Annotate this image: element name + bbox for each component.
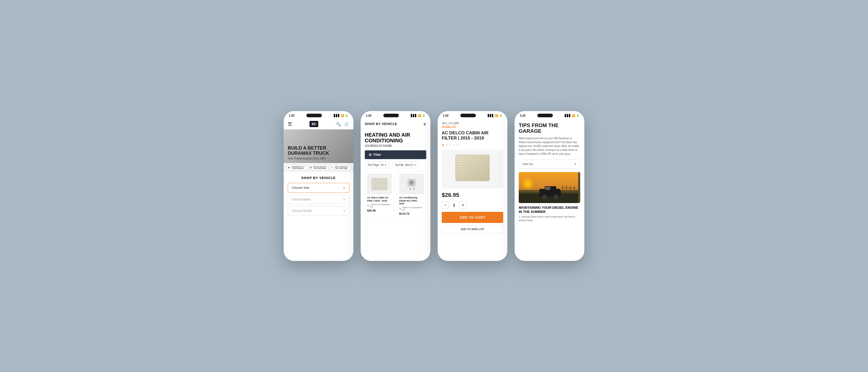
- svg-point-32: [554, 195, 558, 199]
- star-4: ★: [453, 143, 456, 147]
- status-bar-2: 1:22 ▋▋▋ 🛜 🔋: [361, 111, 430, 119]
- cart-icon[interactable]: 🛒: [344, 122, 349, 127]
- signal-icon-3: ▋▋▋: [488, 114, 494, 117]
- sort-control[interactable]: Sort By: Best S ∨: [392, 162, 419, 168]
- make-dropdown[interactable]: Choose Make ∨: [288, 195, 349, 204]
- hamburger-icon[interactable]: ☰: [288, 121, 292, 127]
- product-card-1[interactable]: AC Delco Cabin Air Filter | 2015 - 2019 …: [365, 171, 394, 218]
- signal-icon-2: ▋▋▋: [411, 114, 417, 117]
- app-header-2: SHOP BY VEHICLE ∨: [361, 119, 430, 129]
- year-chevron-icon: ∨: [343, 186, 345, 190]
- svg-rect-0: [372, 178, 387, 190]
- product-sku: SKU: CF1188F: [442, 122, 503, 125]
- blog-content: TIPS FROM THE GARAGE Want expert-level i…: [515, 119, 584, 226]
- wifi-icon-3: 🛜: [495, 114, 498, 117]
- svg-point-11: [410, 181, 413, 184]
- qty-value: 1: [453, 203, 455, 207]
- badge-row: ★ HUNDREDS OF 5-STAR RATINGS 🛡 BUYER ADV…: [284, 163, 353, 172]
- shop-by-title: SHOP BY VEHICLE: [288, 176, 349, 180]
- phone-product: 1:22 ▋▋▋ 🛜 🔋 SKU: CF1188F ACDELCO AC DEL…: [438, 111, 507, 261]
- add-to-cart-button[interactable]: ADD TO CART: [442, 212, 503, 223]
- category-content: HEATING AND AIR CONDITIONING (13) RESULT…: [361, 129, 430, 221]
- product-price-2: $114.72: [399, 212, 424, 215]
- tips-description: Want expert-level info on your GM Durama…: [519, 136, 580, 156]
- results-count: (13) RESULTS FOUND: [365, 145, 426, 147]
- sort-label: Sort By:: [395, 163, 405, 166]
- phone-home: 1:22 ▋▋▋ 🛜 🔋 ☰ M4 🔍 🛒 BUILD: [284, 111, 353, 261]
- make-label: Choose Make: [292, 197, 311, 201]
- notch-1: [306, 114, 322, 117]
- star-5: ★: [457, 143, 459, 147]
- hero-headline: BUILD A BETTER DURAMAX TRUCK: [288, 146, 329, 156]
- search-icon-2: 🔍: [399, 208, 402, 210]
- time-3: 1:22: [443, 114, 448, 117]
- product-brand: ACDELCO: [442, 125, 503, 128]
- per-page-value: 24: [380, 163, 383, 166]
- blog-article-preview: 1. General Check OverA quick visual chec…: [519, 215, 580, 222]
- battery-icon-3: 🔋: [499, 114, 502, 117]
- model-label: Choose Model: [292, 209, 312, 213]
- year-dropdown[interactable]: Choose Year ∨: [288, 183, 349, 193]
- wishlist-button[interactable]: ADD TO WISH LIST: [442, 225, 503, 234]
- per-page-chevron-icon: ∨: [385, 163, 386, 166]
- product-name-1: AC Delco Cabin Air Filter | 2015 - 2019: [367, 196, 392, 202]
- header-icons: 🔍 🛒: [336, 122, 349, 127]
- product-name-2: Air Conditioning Delete Kit | 2001 - 201…: [399, 196, 424, 206]
- wifi-icon: 🛜: [341, 114, 344, 117]
- year-label: Choose Year: [292, 186, 309, 190]
- per-page-control[interactable]: Per Page: 24 ∨: [365, 162, 390, 168]
- star-2: ★: [445, 143, 448, 147]
- logo-text: M4: [312, 122, 316, 126]
- badge-finance: ≡ EASY FINANCE & PAY OVER TIME: [330, 165, 351, 170]
- svg-rect-33: [545, 187, 550, 190]
- qty-increase-button[interactable]: +: [459, 202, 467, 209]
- product-image-2: [399, 174, 424, 194]
- model-chevron-icon: ∨: [343, 209, 345, 213]
- battery-icon-2: 🔋: [422, 114, 425, 117]
- svg-point-14: [409, 188, 411, 190]
- product-image-1: [367, 174, 392, 194]
- badge-ratings-text: HUNDREDS OF 5-STAR RATINGS: [291, 166, 306, 169]
- filter-button[interactable]: ⊟ Filter: [365, 150, 426, 159]
- sort-chevron-icon: ∨: [414, 163, 416, 166]
- badge-returns: 🛡 BUYER ADVICE & EASY RETURNS: [308, 165, 329, 170]
- filter-by-label: Filter By: [523, 162, 533, 165]
- star-3: ★: [449, 143, 452, 147]
- status-icons-3: ▋▋▋ 🛜 🔋: [488, 114, 502, 117]
- filter-by-dropdown[interactable]: Filter By ∨: [519, 159, 580, 168]
- time-1: 1:22: [289, 114, 294, 117]
- search-fit-2[interactable]: 🔍 Search To Guarantee Fit: [399, 207, 424, 211]
- sort-value: Best S: [405, 163, 413, 166]
- search-icon[interactable]: 🔍: [336, 122, 341, 127]
- status-bar-3: 1:22 ▋▋▋ 🛜 🔋: [438, 111, 507, 119]
- shop-by-vehicle: SHOP BY VEHICLE Choose Year ∨ Choose Mak…: [284, 172, 353, 221]
- star-icon: ★: [288, 166, 290, 169]
- search-icon-1: 🔍: [367, 205, 370, 207]
- search-fit-1[interactable]: 🔍 Search To Guarantee Fit: [367, 203, 392, 208]
- model-dropdown[interactable]: Choose Model ∨: [288, 206, 349, 215]
- wifi-icon-2: 🛜: [418, 114, 421, 117]
- make-chevron-icon: ∨: [343, 197, 345, 201]
- status-icons-1: ▋▋▋ 🛜 🔋: [334, 114, 348, 117]
- badge-finance-text: EASY FINANCE & PAY OVER TIME: [334, 166, 349, 169]
- blog-article-image: [519, 172, 580, 203]
- signal-icon: ▋▋▋: [334, 114, 340, 117]
- star-1: ★: [442, 143, 444, 147]
- tips-title: TIPS FROM THE GARAGE: [519, 122, 580, 134]
- shop-by-vehicle-label[interactable]: SHOP BY VEHICLE: [365, 122, 397, 126]
- notch-3: [460, 114, 476, 117]
- phone-category: 1:22 ▋▋▋ 🛜 🔋 SHOP BY VEHICLE ∨ HEATING A…: [361, 111, 430, 261]
- status-icons-2: ▋▋▋ 🛜 🔋: [411, 114, 425, 117]
- shield-icon: 🛡: [310, 166, 312, 169]
- time-4: 1:22: [520, 114, 525, 117]
- filter-by-chevron-icon: ∨: [574, 162, 576, 165]
- status-icons-4: ▋▋▋ 🛜 🔋: [565, 114, 579, 117]
- filter-label: Filter: [374, 153, 381, 157]
- product-card-2[interactable]: Air Conditioning Delete Kit | 2001 - 201…: [397, 171, 426, 218]
- product-title: AC DELCO CABIN AIR FILTER | 2015 - 2019: [442, 130, 503, 141]
- category-title: HEATING AND AIR CONDITIONING: [365, 132, 426, 144]
- status-bar-1: 1:22 ▋▋▋ 🛜 🔋: [284, 111, 353, 119]
- shop-by-chevron-icon[interactable]: ∨: [423, 121, 426, 126]
- qty-decrease-button[interactable]: −: [442, 202, 449, 209]
- badge-ratings: ★ HUNDREDS OF 5-STAR RATINGS: [286, 165, 307, 170]
